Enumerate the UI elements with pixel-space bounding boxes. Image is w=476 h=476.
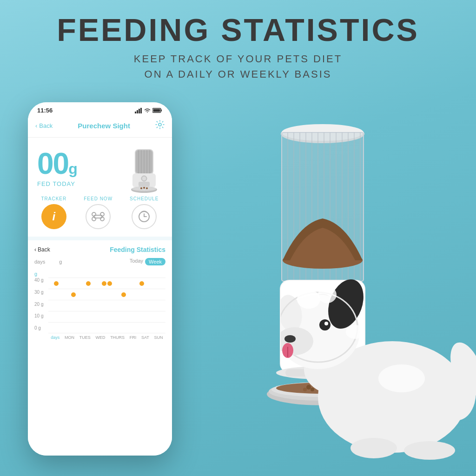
action-buttons: TRACKER i FEED NOW [28, 196, 172, 237]
x-label-sun: SUN [154, 335, 163, 340]
y-label-10: 10 g [34, 313, 48, 318]
svg-point-7 [159, 123, 161, 126]
chart-row-40 [48, 278, 165, 289]
fed-amount: 00 g FED TODAY [37, 149, 78, 187]
x-axis: days MON TUES WED THURS FRI SAT SUN [48, 335, 165, 340]
x-label-tues: TUES [79, 335, 91, 340]
stats-back-button[interactable]: ‹ Back [34, 246, 50, 253]
page-subtitle: KEEP TRACK OF YOUR PETS DIET ON A DAILY … [0, 51, 476, 82]
x-label-wed: WED [95, 335, 105, 340]
svg-point-84 [297, 290, 320, 309]
svg-rect-28 [94, 215, 102, 218]
svg-point-88 [378, 364, 425, 392]
x-label-fri: FRI [130, 335, 137, 340]
svg-point-21 [140, 187, 142, 189]
svg-point-23 [146, 187, 148, 189]
y-axis: 40 g 30 g 20 g 10 g 0 g [34, 278, 48, 340]
page-title: FEEDING STATISTICS [0, 14, 476, 46]
x-label-mon: MON [65, 335, 74, 340]
tracker-action: TRACKER i [41, 196, 66, 229]
dot-40-thurs1 [102, 281, 106, 286]
svg-point-22 [143, 187, 145, 189]
dot-30-tues [71, 292, 76, 297]
chart-row-0 [48, 322, 165, 333]
feed-now-action: FEED NOW [84, 196, 112, 229]
battery-icon [152, 108, 163, 113]
svg-point-77 [319, 319, 331, 331]
svg-point-86 [350, 438, 397, 458]
clock-icon [138, 210, 151, 223]
toggle-today[interactable]: Today [130, 258, 143, 265]
svg-point-85 [318, 286, 337, 303]
fed-grams: 00 [37, 149, 68, 178]
svg-point-83 [346, 325, 364, 339]
tracker-button[interactable]: i [41, 204, 66, 229]
status-icons [135, 108, 163, 113]
stats-controls: days g Today Week [34, 258, 165, 265]
svg-point-80 [284, 335, 296, 343]
schedule-action: SCHEDULE [130, 196, 159, 229]
toggle-week[interactable]: Week [145, 258, 165, 265]
svg-rect-3 [140, 108, 142, 113]
dot-40-thurs2 [107, 281, 112, 286]
back-button[interactable]: ‹ Back [35, 122, 53, 129]
stats-header: ‹ Back Feeding Statistics [34, 246, 165, 253]
svg-rect-5 [161, 110, 162, 112]
y-label-0: 0 g [34, 325, 48, 331]
fed-unit: g [68, 160, 78, 178]
y-label-30: 30 g [34, 290, 48, 295]
chart-row-30 [48, 289, 165, 300]
phone-mockup: 11:56 ‹ Ba [28, 102, 172, 456]
stats-toggle: Today Week [130, 258, 165, 265]
dog-image [281, 239, 476, 462]
stats-title: Feeding Statistics [110, 246, 165, 253]
svg-rect-0 [135, 112, 136, 113]
chart-grid: days MON TUES WED THURS FRI SAT SUN [48, 278, 165, 340]
device-thumbnail [126, 147, 163, 189]
status-time: 11:56 [37, 107, 53, 114]
x-label-thurs: THURS [110, 335, 125, 340]
chart-area: g 40 g 30 g 20 g 10 g 0 g [34, 269, 165, 342]
feed-now-button[interactable] [86, 204, 111, 229]
stats-col-labels: days g [34, 259, 62, 264]
signal-icon [135, 108, 142, 113]
dot-30-fri [121, 292, 126, 297]
info-icon: i [53, 210, 56, 223]
svg-rect-6 [153, 109, 160, 112]
page-header: FEEDING STATISTICS KEEP TRACK OF YOUR PE… [0, 14, 476, 82]
fed-today-section: 00 g FED TODAY [28, 138, 172, 196]
dot-40-wed [86, 281, 91, 286]
y-label-40: 40 g [34, 278, 48, 283]
dog-svg [281, 239, 476, 462]
svg-point-17 [142, 177, 146, 180]
app-header: ‹ Back Purechew Sight [28, 116, 172, 138]
dot-40-mon [54, 281, 59, 286]
device-image-svg [126, 147, 163, 193]
chart-row-20 [48, 300, 165, 311]
app-title: Purechew Sight [78, 122, 130, 130]
settings-button[interactable] [155, 120, 165, 132]
bone-icon [92, 212, 105, 221]
dot-40-sat [139, 281, 144, 286]
svg-rect-1 [137, 110, 138, 113]
stats-section: ‹ Back Feeding Statistics days g Today W… [28, 240, 172, 456]
chart-row-10 [48, 311, 165, 322]
chart-body: 40 g 30 g 20 g 10 g 0 g [34, 278, 165, 340]
x-days-label: days [51, 335, 60, 340]
tracker-label: TRACKER [41, 196, 66, 201]
gear-icon [155, 120, 165, 129]
svg-rect-2 [139, 109, 140, 113]
app-content: 00 g FED TODAY [28, 138, 172, 456]
feed-now-label: FEED NOW [84, 196, 112, 201]
g-axis-label: g [34, 271, 165, 277]
x-label-sat: SAT [141, 335, 149, 340]
status-bar: 11:56 [28, 102, 172, 116]
svg-point-78 [324, 322, 328, 325]
fed-today-label: FED TODAY [37, 180, 75, 187]
wifi-icon [144, 108, 151, 113]
schedule-label: SCHEDULE [130, 196, 159, 201]
y-label-20: 20 g [34, 302, 48, 307]
svg-point-87 [404, 441, 455, 460]
schedule-button[interactable] [132, 204, 157, 229]
svg-rect-18 [139, 182, 150, 186]
